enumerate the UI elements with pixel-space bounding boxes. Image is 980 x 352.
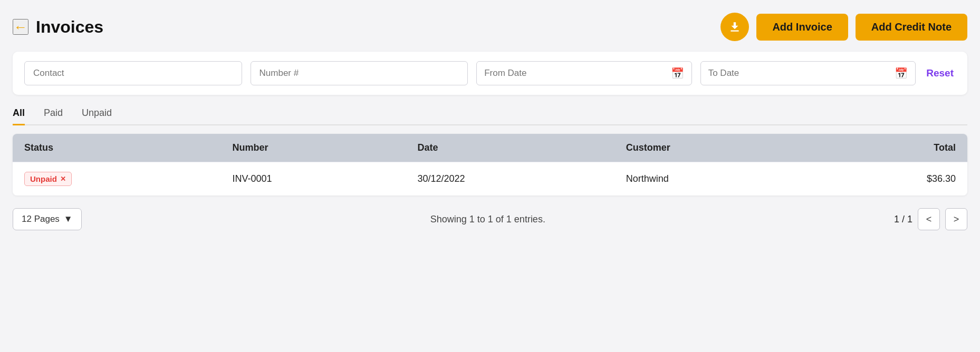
cell-status: Unpaid ✕ [13, 162, 221, 196]
col-header-date: Date [406, 134, 614, 162]
invoices-table: Status Number Date Customer Total Unpaid… [13, 134, 967, 195]
header-right: Add Invoice Add Credit Note [720, 13, 967, 41]
col-header-number: Number [221, 134, 406, 162]
from-date-input[interactable] [484, 68, 666, 79]
table-footer: 12 Pages ▼ Showing 1 to 1 of 1 entries. … [13, 208, 967, 230]
contact-input[interactable] [24, 61, 242, 85]
tab-paid[interactable]: Paid [44, 107, 63, 125]
to-date-wrap: 📅 [700, 61, 916, 85]
cell-customer: Northwind [614, 162, 813, 196]
chevron-down-icon: ▼ [64, 214, 73, 224]
page-header: ← Invoices Add Invoice Add Credit Note [13, 13, 967, 41]
cell-date: 30/12/2022 [406, 162, 614, 196]
prev-page-button[interactable]: < [918, 208, 940, 230]
pagination: 1 / 1 < > [894, 208, 967, 230]
pages-label: 12 Pages [22, 214, 60, 224]
page-info: 1 / 1 [894, 214, 912, 225]
tab-unpaid[interactable]: Unpaid [82, 107, 112, 125]
invoices-table-container: Status Number Date Customer Total Unpaid… [13, 134, 967, 195]
to-date-calendar-icon[interactable]: 📅 [895, 67, 908, 80]
status-badge: Unpaid ✕ [24, 172, 72, 186]
page-title: Invoices [36, 17, 103, 37]
from-date-wrap: 📅 [476, 61, 692, 85]
to-date-input[interactable] [708, 68, 890, 79]
reset-button[interactable]: Reset [924, 64, 956, 82]
col-header-customer: Customer [614, 134, 813, 162]
table-body: Unpaid ✕ INV-0001 30/12/2022 Northwind $… [13, 162, 967, 196]
tabs-container: All Paid Unpaid [13, 107, 967, 125]
back-button[interactable]: ← [13, 19, 28, 35]
entries-text: Showing 1 to 1 of 1 entries. [430, 214, 545, 225]
status-label: Unpaid [30, 174, 57, 183]
number-input[interactable] [251, 61, 468, 85]
col-header-total: Total [813, 134, 967, 162]
table-row[interactable]: Unpaid ✕ INV-0001 30/12/2022 Northwind $… [13, 162, 967, 196]
filter-bar: 📅 📅 Reset [13, 52, 967, 95]
col-header-status: Status [13, 134, 221, 162]
cell-number: INV-0001 [221, 162, 406, 196]
download-icon [728, 20, 742, 34]
add-credit-note-button[interactable]: Add Credit Note [856, 14, 967, 41]
tab-all[interactable]: All [13, 107, 25, 125]
from-date-calendar-icon[interactable]: 📅 [671, 67, 684, 80]
table-header: Status Number Date Customer Total [13, 134, 967, 162]
next-page-button[interactable]: > [945, 208, 967, 230]
close-icon[interactable]: ✕ [60, 175, 66, 183]
pages-select[interactable]: 12 Pages ▼ [13, 208, 82, 230]
cell-total: $36.30 [813, 162, 967, 196]
header-left: ← Invoices [13, 17, 103, 37]
add-invoice-button[interactable]: Add Invoice [756, 14, 848, 41]
download-button[interactable] [720, 13, 749, 41]
